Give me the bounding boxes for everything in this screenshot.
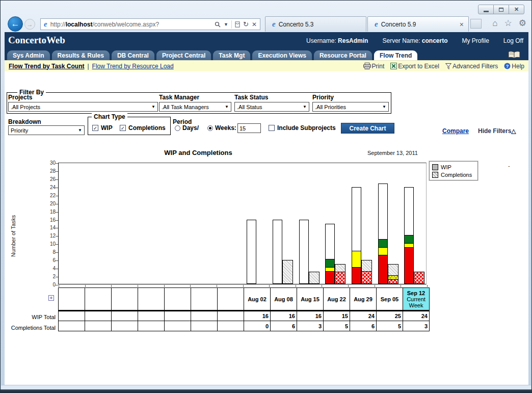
- divider: [231, 20, 232, 29]
- breakdown-select[interactable]: Priority▼: [8, 125, 85, 135]
- nav-tab-resource-portal[interactable]: Resource Portal: [314, 50, 372, 60]
- completions-checkbox[interactable]: ✓: [120, 125, 126, 131]
- wip-segment-yellow: [379, 248, 387, 256]
- url-text: http://: [50, 21, 66, 28]
- tab-close-icon[interactable]: ×: [459, 20, 465, 29]
- address-bar[interactable]: e http://localhost/conweb/welcome.aspx? …: [40, 18, 260, 30]
- home-icon[interactable]: ⌂: [492, 19, 497, 28]
- priority-select[interactable]: .All Priorities▼: [312, 102, 389, 112]
- nav-tab-sys-admin[interactable]: Sys Admin: [7, 50, 50, 60]
- task-manager-select[interactable]: .All Task Managers▼: [159, 102, 231, 112]
- y-tick-label: 10: [43, 241, 56, 247]
- include-subprojects-checkbox[interactable]: [269, 125, 275, 131]
- favorites-star-icon[interactable]: ☆: [504, 19, 512, 28]
- chart-legend: WIP Completions: [429, 161, 478, 180]
- weeks-radio[interactable]: [207, 125, 213, 131]
- table-header-row: Aug 02Aug 08Aug 15Aug 22Aug 29Sep 05Sep …: [59, 288, 430, 311]
- new-tab-button[interactable]: [470, 19, 482, 29]
- y-tick-label: 28: [43, 168, 56, 174]
- week-column-header: [218, 288, 244, 311]
- nav-tab-results-rules[interactable]: Results & Rules: [52, 50, 110, 60]
- search-dropdown-caret-icon[interactable]: ▼: [224, 22, 228, 27]
- weeks-input[interactable]: [237, 123, 261, 133]
- wip-checkbox[interactable]: ✓: [92, 125, 98, 131]
- minimize-button[interactable]: [478, 5, 494, 14]
- forward-button[interactable]: →: [24, 19, 35, 30]
- nav-tab-execution-views[interactable]: Execution Views: [252, 50, 311, 60]
- settings-gear-icon[interactable]: ⚙: [519, 19, 526, 28]
- hide-filters-link[interactable]: Hide Filters△: [478, 127, 516, 135]
- my-profile-link[interactable]: My Profile: [462, 37, 489, 44]
- create-chart-button[interactable]: Create Chart: [341, 123, 394, 134]
- y-tick-label: 4: [43, 266, 56, 271]
- book-icon[interactable]: [508, 51, 520, 61]
- export-to-excel-button[interactable]: Export to Excel: [390, 63, 439, 70]
- chevron-down-icon: ▼: [78, 128, 82, 133]
- help-button[interactable]: ? Help: [504, 63, 524, 70]
- y-tick-mark: [56, 260, 58, 261]
- back-button[interactable]: ←: [8, 16, 23, 32]
- completions-bar: [388, 264, 398, 284]
- stop-icon[interactable]: ✕: [252, 21, 257, 28]
- window-bottom-edge: [1, 389, 531, 392]
- flow-trend-resource-load-link[interactable]: Flow Trend by Resource Load: [92, 63, 174, 70]
- close-icon: ✕: [514, 6, 519, 13]
- flow-trend-task-count-link[interactable]: Flow Trend by Task Count: [9, 63, 84, 70]
- advanced-filters-button[interactable]: Advanced Filters: [445, 63, 498, 70]
- days-radio[interactable]: [175, 125, 180, 131]
- wip-bar: [299, 220, 309, 284]
- projects-select[interactable]: .All Projects▼: [8, 102, 158, 112]
- nav-tab-project-central[interactable]: Project Central: [156, 50, 211, 60]
- wip-total-cell: 16: [244, 311, 271, 321]
- wip-total-cell: 25: [377, 311, 403, 321]
- y-tick-label: 12: [43, 233, 56, 239]
- y-tick-label: 16: [43, 217, 56, 223]
- browser-tab[interactable]: eConcerto 5.9×: [367, 16, 469, 32]
- restore-button[interactable]: [493, 5, 509, 14]
- y-axis-label: Number of Tasks: [10, 195, 16, 277]
- close-button[interactable]: ✕: [509, 5, 524, 14]
- y-tick-label: 14: [43, 225, 56, 230]
- wip-segment-yellow: [352, 251, 361, 267]
- y-tick-mark: [56, 171, 58, 172]
- completions-total-cell: [138, 321, 165, 331]
- browser-tab-label: Concerto 5.3: [279, 21, 314, 28]
- completions-segment-none: [388, 265, 398, 276]
- log-off-link[interactable]: Log Off: [503, 37, 523, 44]
- restore-icon: [499, 8, 503, 12]
- completions-segment-none: [362, 260, 371, 272]
- task-status-select[interactable]: .All Status▼: [234, 102, 309, 112]
- print-button[interactable]: Print: [363, 63, 385, 70]
- compare-link[interactable]: Compare: [442, 127, 469, 135]
- trend-table: Aug 02Aug 08Aug 15Aug 22Aug 29Sep 05Sep …: [58, 287, 430, 331]
- completions-total-row-label: Completions Total: [5, 325, 56, 331]
- legend-item-wip: WIP: [432, 163, 475, 171]
- completions-total-cell: [165, 321, 191, 331]
- nav-tab-task-mgt[interactable]: Task Mgt: [213, 50, 250, 60]
- wip-total-cell: 24: [350, 311, 377, 321]
- wip-total-cell: 24: [403, 311, 430, 321]
- x-tick-mark: [269, 285, 270, 287]
- wip-total-cell: [85, 311, 112, 321]
- compatibility-view-icon[interactable]: [235, 21, 240, 28]
- expand-table-icon[interactable]: +: [48, 295, 54, 301]
- completions-total-row: 0635653: [59, 321, 430, 331]
- y-tick-mark: [56, 244, 58, 245]
- completions-segment-none: [309, 272, 319, 283]
- browser-tab[interactable]: eConcerto 5.3: [265, 16, 366, 32]
- nav-tab-db-central[interactable]: DB Central: [112, 50, 154, 60]
- search-icon[interactable]: [215, 21, 221, 28]
- wip-segment-white: [247, 220, 256, 283]
- week-label: Aug 02: [244, 296, 270, 302]
- weeks-radio-label: Weeks:: [215, 124, 236, 132]
- y-tick-label: 2: [43, 274, 56, 279]
- week-column-header: Aug 08: [271, 288, 297, 311]
- ie-icon: e: [272, 20, 276, 29]
- week-label: Aug 08: [271, 296, 297, 302]
- y-tick-label: 24: [43, 185, 56, 190]
- excel-icon: [390, 63, 397, 69]
- y-tick-mark: [56, 236, 58, 237]
- y-tick-mark: [56, 163, 58, 164]
- refresh-icon[interactable]: ↻: [243, 20, 249, 28]
- nav-tab-flow-trend[interactable]: Flow Trend: [374, 50, 417, 60]
